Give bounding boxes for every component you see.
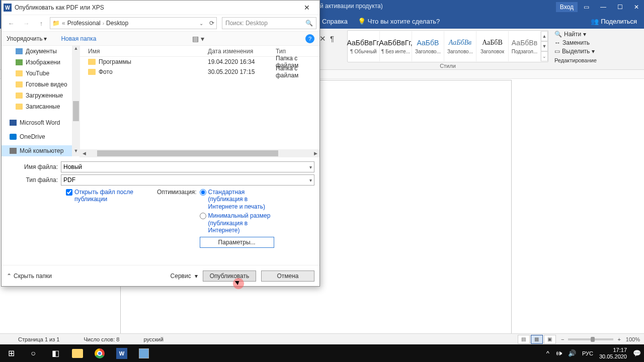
sidebar-item-downloads[interactable]: Загруженные <box>2 90 79 101</box>
zoom-in[interactable]: + <box>617 336 620 342</box>
opt-standard-label: Стандартная (публикация в Интернете и пе… <box>208 189 274 210</box>
tray-lang[interactable]: РУС <box>582 350 593 356</box>
taskbar-chrome[interactable] <box>89 344 111 362</box>
col-type[interactable]: Тип <box>276 48 319 55</box>
sidebar-item-onedrive[interactable]: OneDrive <box>2 131 79 142</box>
zoom-value[interactable]: 100% <box>626 336 640 342</box>
tray-clock[interactable]: 17:1730.05.2020 <box>599 347 627 359</box>
maximize-button[interactable]: ☐ <box>612 1 628 13</box>
clear-format-icon[interactable]: ✕ <box>319 34 326 43</box>
close-button[interactable]: ✕ <box>629 1 644 13</box>
opt-standard-radio[interactable] <box>200 189 206 196</box>
minimize-button[interactable]: — <box>595 1 611 13</box>
addr-drop[interactable]: ⌄ <box>199 21 203 26</box>
tools-menu[interactable]: Сервис ▾ <box>171 273 198 280</box>
style-title[interactable]: АаБбВЗаголовок <box>476 31 509 61</box>
help-button[interactable]: ? <box>305 34 314 43</box>
task-view-button[interactable]: ◧ <box>44 344 66 362</box>
zoom-slider[interactable] <box>568 338 613 340</box>
organize-button[interactable]: Упорядочить ▾ <box>7 35 47 42</box>
editing-group: 🔍 Найти ▾ ↔ Заменить ▭ Выделить ▾ Редакт… <box>554 29 597 69</box>
nav-forward-button[interactable]: → <box>20 17 33 29</box>
search-button[interactable]: ○ <box>22 344 44 362</box>
styles-more[interactable]: ⌄ <box>541 51 548 61</box>
taskbar-app[interactable] <box>133 344 155 362</box>
sb-words[interactable]: Число слов: 8 <box>69 334 119 345</box>
sb-page[interactable]: Страница 1 из 1 <box>4 334 59 345</box>
list-item[interactable]: Фото 30.05.2020 17:15 Папка с файлам <box>80 67 319 77</box>
word-icon: W <box>4 4 12 12</box>
breadcrumb[interactable]: Desktop <box>106 20 128 27</box>
search-input[interactable]: Поиск: Desktop 🔍 <box>222 17 316 29</box>
breadcrumb[interactable]: Professional <box>67 20 101 27</box>
view-web[interactable]: ▣ <box>544 335 556 344</box>
select-button[interactable]: ▭ Выделить ▾ <box>554 48 597 55</box>
replace-button[interactable]: ↔ Заменить <box>554 39 597 46</box>
signin-button[interactable]: Вход <box>556 2 578 12</box>
style-heading2[interactable]: АаБбВвЗаголово... <box>444 31 476 61</box>
tell-me[interactable]: 💡 Что вы хотите сделать? <box>358 18 440 25</box>
sb-lang[interactable]: русский <box>129 334 163 345</box>
view-read[interactable]: ▤ <box>518 335 530 344</box>
folder-icon <box>88 59 96 65</box>
sidebar-item-images[interactable]: Изображени📌 <box>2 57 79 68</box>
open-after-checkbox[interactable] <box>66 189 72 196</box>
hide-folders-button[interactable]: ⌃ Скрыть папки <box>7 273 52 280</box>
tray-notifications-icon[interactable]: 💬 <box>633 349 641 357</box>
opt-minimal-radio[interactable] <box>200 213 206 219</box>
zoom-out[interactable]: − <box>561 336 564 342</box>
styles-gallery[interactable]: АаБбВвГг,¶ Обычный АаБбВвГг,¶ Без инте..… <box>347 29 548 69</box>
editing-label: Редактирование <box>554 57 597 63</box>
save-as-dialog: W Опубликовать как PDF или XPS ✕ ← → ↑ 📁… <box>1 0 320 287</box>
share-button[interactable]: 👥 Поделиться <box>591 18 637 25</box>
refresh-button[interactable]: ⟳ <box>209 20 214 27</box>
ribbon-display-button[interactable]: ▭ <box>579 1 594 13</box>
search-icon: 🔍 <box>305 20 313 27</box>
taskbar: ⊞ ○ ◧ W ^ 🕪 🔊 РУС 17:1730.05.2020 💬 <box>0 344 644 362</box>
options-button[interactable]: Параметры... <box>200 237 274 248</box>
filetype-label: Тип файла: <box>7 176 61 184</box>
col-name[interactable]: Имя <box>88 48 208 55</box>
tray-chevron[interactable]: ^ <box>546 349 549 357</box>
find-button[interactable]: 🔍 Найти ▾ <box>554 31 597 38</box>
dialog-close-button[interactable]: ✕ <box>296 4 317 12</box>
address-bar[interactable]: 📁 « Professional › Desktop ⌄ ⟳ <box>50 17 217 29</box>
nav-sidebar: Документы📌 Изображени📌 YouTube Готовые в… <box>2 46 80 157</box>
style-normal[interactable]: АаБбВвГг,¶ Обычный <box>348 31 380 61</box>
nav-back-button[interactable]: ← <box>5 17 18 29</box>
sidebar-item-youtube[interactable]: YouTube <box>2 68 79 79</box>
col-date[interactable]: Дата изменения <box>208 48 276 55</box>
style-heading1[interactable]: АаБбВЗаголово... <box>412 31 444 61</box>
view-options-button[interactable]: ▤ ▾ <box>192 35 204 43</box>
sidebar-item-documents[interactable]: Документы📌 <box>2 46 79 57</box>
styles-down[interactable]: ▼ <box>541 41 548 51</box>
filename-input[interactable]: Новый▾ <box>61 161 314 172</box>
new-folder-button[interactable]: Новая папка <box>61 35 96 42</box>
cancel-button[interactable]: Отмена <box>261 270 314 282</box>
file-list-scrollbar[interactable]: ◀▶ <box>80 149 319 157</box>
taskbar-explorer[interactable] <box>66 344 89 362</box>
publish-button[interactable]: Опубликовать <box>203 270 256 282</box>
filetype-select[interactable]: PDF▾ <box>61 174 314 186</box>
statusbar: Страница 1 из 1 Число слов: 8 русский ▤ … <box>0 333 644 344</box>
styles-up[interactable]: ▲ <box>541 31 548 41</box>
paragraph-mark-icon[interactable]: ¶ <box>330 34 334 43</box>
file-list: Имя Дата изменения Тип Программы 19.04.2… <box>80 46 319 157</box>
sidebar-item-msword[interactable]: Microsoft Word <box>2 117 79 128</box>
tab-help[interactable]: Справка <box>322 18 348 25</box>
nav-up-button[interactable]: ↑ <box>35 17 48 29</box>
sidebar-item-videos[interactable]: Готовые видео <box>2 79 79 90</box>
filename-label: Имя файла: <box>7 163 61 170</box>
view-print[interactable]: ▦ <box>531 335 543 344</box>
sidebar-item-records[interactable]: Записанные <box>2 101 79 112</box>
tray-volume-icon[interactable]: 🔊 <box>568 349 576 357</box>
folder-icon: 📁 <box>52 20 60 27</box>
taskbar-word[interactable]: W <box>111 344 133 362</box>
style-subtitle[interactable]: АаБбВвПодзагол... <box>509 31 541 61</box>
tray-network-icon[interactable]: 🕪 <box>555 349 562 357</box>
style-no-spacing[interactable]: АаБбВвГг,¶ Без инте... <box>380 31 412 61</box>
dialog-title: Опубликовать как PDF или XPS <box>15 4 104 11</box>
sidebar-scrollbar[interactable]: ▲▼ <box>72 46 80 156</box>
start-button[interactable]: ⊞ <box>0 344 22 362</box>
sidebar-item-this-pc[interactable]: Мой компьютер <box>2 145 79 156</box>
